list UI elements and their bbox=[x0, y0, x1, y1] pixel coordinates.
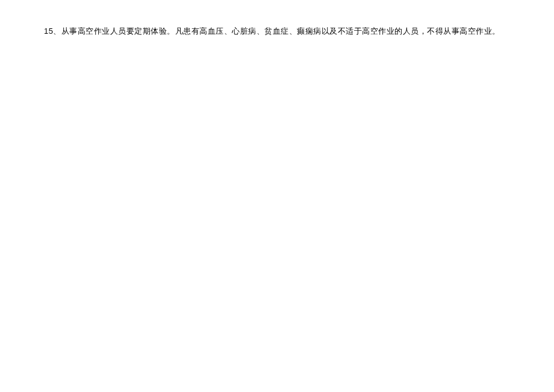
item-number: 15 bbox=[44, 26, 53, 36]
paragraph-item-15: 15、从事高空作业人员要定期体验。凡患有高血压、心脏病、贫血症、癫痫病以及不适于… bbox=[44, 25, 510, 38]
item-separator: 、 bbox=[53, 26, 61, 36]
document-content: 15、从事高空作业人员要定期体验。凡患有高血压、心脏病、贫血症、癫痫病以及不适于… bbox=[44, 25, 510, 38]
item-text: 从事高空作业人员要定期体验。凡患有高血压、心脏病、贫血症、癫痫病以及不适于高空作… bbox=[61, 26, 500, 36]
